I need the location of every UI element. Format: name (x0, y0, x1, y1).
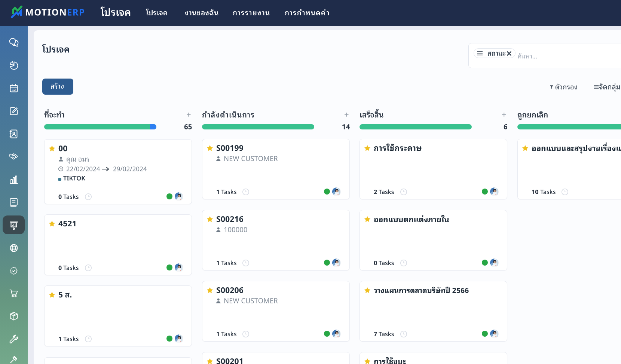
svg-text:12: 12 (12, 88, 16, 92)
